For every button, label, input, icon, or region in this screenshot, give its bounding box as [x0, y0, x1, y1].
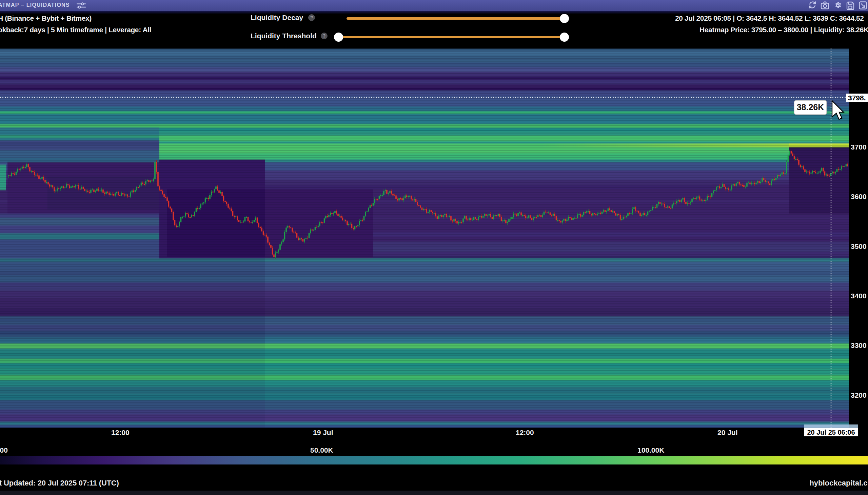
svg-text:3600: 3600	[851, 192, 867, 200]
svg-text:3200: 3200	[851, 391, 867, 399]
svg-text:38.26K: 38.26K	[797, 102, 824, 112]
svg-text:3798.: 3798.	[848, 94, 866, 102]
svg-text:3500: 3500	[851, 242, 867, 250]
svg-text:3400: 3400	[851, 292, 867, 300]
svg-text:3700: 3700	[851, 143, 867, 151]
svg-text:3300: 3300	[851, 341, 867, 349]
